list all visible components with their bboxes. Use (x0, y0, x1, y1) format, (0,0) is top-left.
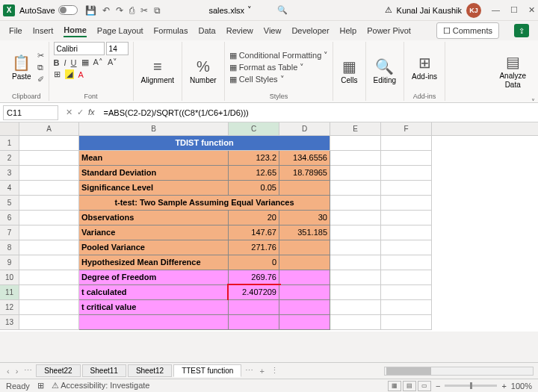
horizontal-scrollbar[interactable] (384, 367, 534, 376)
font-name-input[interactable] (54, 42, 105, 55)
painter-btn[interactable]: ✐ (37, 75, 44, 84)
underline-button[interactable]: U (71, 58, 77, 67)
tab-insert[interactable]: Insert (33, 25, 54, 37)
formula-input[interactable]: =ABS(C2-D2)/SQRT((C8*(1/C6+1/D6))) (99, 108, 538, 117)
comments-button[interactable]: ☐ Comments (436, 22, 499, 39)
group-clipboard: 📋Paste ✂⧉✐ Clipboard (4, 42, 49, 101)
fx-button[interactable]: fx (88, 108, 95, 117)
sheet-tab-2[interactable]: Sheet11 (82, 364, 126, 377)
tab-view[interactable]: View (264, 25, 282, 37)
zoom-in[interactable]: + (501, 382, 506, 391)
zoom-out[interactable]: − (436, 382, 440, 391)
tab-review[interactable]: Review (226, 25, 253, 37)
editing-button[interactable]: 🔍Editing (371, 56, 400, 86)
maximize-button[interactable]: ☐ (510, 5, 518, 15)
avatar[interactable]: KJ (466, 3, 481, 18)
status-wb-icon[interactable]: ⊞ (37, 381, 44, 391)
conditional-formatting[interactable]: ▦Conditional Formatting ˅ (229, 51, 329, 60)
accessibility-status[interactable]: ⚠ Accessibility: Investigate (52, 381, 150, 391)
tab-home[interactable]: Home (64, 24, 87, 37)
chevron-down-icon[interactable]: ˅ (247, 5, 252, 15)
fill-color-button[interactable]: ◢ (65, 69, 74, 79)
tab-power-pivot[interactable]: Power Pivot (367, 25, 411, 37)
tab-formulas[interactable]: Formulas (154, 25, 188, 37)
col-A[interactable]: A (19, 122, 79, 135)
filename-area[interactable]: sales.xlsx ˅ 🔍 (208, 5, 288, 15)
format-as-table[interactable]: ▦Format as Table ˅ (229, 63, 329, 72)
cell-styles[interactable]: ▦Cell Styles ˅ (229, 75, 329, 84)
sheet-nav-next[interactable]: › (13, 367, 21, 376)
autosave-label: AutoSave (19, 6, 55, 15)
addins-button[interactable]: ⊞Add-ins (409, 52, 440, 82)
scroll-thumb[interactable] (386, 367, 431, 375)
paste-button[interactable]: 📋Paste (9, 52, 34, 82)
autosave[interactable]: AutoSave (19, 5, 78, 15)
new-sheet[interactable]: + (257, 367, 266, 376)
search-icon[interactable]: 🔍 (277, 5, 288, 15)
sheet-more-2[interactable]: ⋯ (243, 366, 256, 376)
tab-help[interactable]: Help (340, 25, 357, 37)
excel-icon: X (3, 4, 15, 16)
row-7: 7Variance147.67351.185 (0, 225, 538, 240)
font-decrease[interactable]: A˅ (108, 57, 117, 67)
analyze-button[interactable]: ▤AnalyzeData (496, 52, 529, 90)
styles-icon: ▦ (229, 75, 237, 84)
cell-title[interactable]: TDIST function (79, 136, 330, 151)
confirm-formula[interactable]: ✓ (77, 108, 84, 117)
font-increase[interactable]: A˄ (93, 57, 103, 67)
number-button[interactable]: %Number (187, 57, 220, 86)
col-E[interactable]: E (330, 122, 381, 135)
redo-icon[interactable]: ↷ (116, 5, 123, 16)
sheet-tab-1[interactable]: Sheet22 (36, 364, 80, 377)
sheet-tab-3[interactable]: Sheet12 (128, 364, 172, 377)
select-all[interactable] (0, 122, 19, 135)
col-D[interactable]: D (279, 122, 330, 135)
cell-C11-selected[interactable]: 2.407209 (229, 285, 279, 300)
condfmt-icon: ▦ (229, 51, 237, 60)
view-break[interactable]: ▭ (418, 381, 431, 391)
bold-button[interactable]: B (54, 58, 60, 67)
copy-icon[interactable]: ⧉ (154, 5, 161, 16)
minimize-button[interactable]: — (492, 5, 500, 15)
view-page[interactable]: ▤ (403, 381, 416, 391)
save-icon[interactable]: 💾 (85, 5, 96, 16)
font-size-input[interactable] (106, 42, 129, 55)
row-2: 2Mean123.2134.6556 (0, 151, 538, 166)
col-C[interactable]: C (229, 122, 279, 135)
name-box[interactable]: C11 (3, 105, 58, 120)
col-B[interactable]: B (79, 122, 229, 135)
autosave-toggle[interactable] (58, 5, 78, 15)
close-button[interactable]: ✕ (528, 5, 535, 15)
view-normal[interactable]: ▦ (388, 381, 401, 391)
sheet-nav-prev[interactable]: ‹ (4, 367, 12, 376)
italic-button[interactable]: I (64, 58, 67, 67)
cut-btn[interactable]: ✂ (37, 51, 44, 60)
zoom-level[interactable]: 100% (511, 382, 532, 391)
zoom-controls: ▦ ▤ ▭ − + 100% (388, 381, 532, 391)
copy-btn[interactable]: ⧉ (37, 63, 44, 72)
titlebar: X AutoSave 💾 ↶ ↷ ⎙ ✂ ⧉ sales.xlsx ˅ 🔍 ⚠ … (0, 0, 538, 21)
user-area[interactable]: ⚠ Kunal Jai Kaushik KJ (385, 3, 481, 18)
border-button[interactable]: ▦ (81, 57, 89, 67)
sheet-more[interactable]: ⋯ (22, 366, 34, 376)
cells-button[interactable]: ▦Cells (338, 56, 360, 86)
tab-file[interactable]: File (9, 25, 22, 37)
collapse-ribbon[interactable]: ˅ (531, 98, 535, 106)
sheet-menu[interactable]: ⋮ (268, 366, 281, 376)
tab-page-layout[interactable]: Page Layout (97, 25, 143, 37)
print-icon[interactable]: ⎙ (129, 5, 134, 16)
share-button[interactable]: ⇪ (514, 24, 529, 37)
col-F[interactable]: F (381, 122, 432, 135)
alignment-button[interactable]: ≡Alignment (138, 57, 177, 86)
cancel-formula[interactable]: ✕ (66, 108, 72, 117)
font-color-button[interactable]: A (78, 70, 84, 79)
row-4: 4Significance Level0.05 (0, 181, 538, 196)
border-btn[interactable]: ⊞ (54, 69, 61, 79)
spreadsheet-grid[interactable]: A B C D E F 1TDIST function 2Mean123.213… (0, 122, 538, 332)
cut-icon[interactable]: ✂ (140, 5, 148, 16)
sheet-tab-4[interactable]: TTEST function (173, 364, 241, 377)
zoom-slider[interactable] (445, 385, 497, 387)
undo-icon[interactable]: ↶ (102, 5, 110, 16)
tab-developer[interactable]: Developer (291, 25, 329, 37)
tab-data[interactable]: Data (198, 25, 215, 37)
